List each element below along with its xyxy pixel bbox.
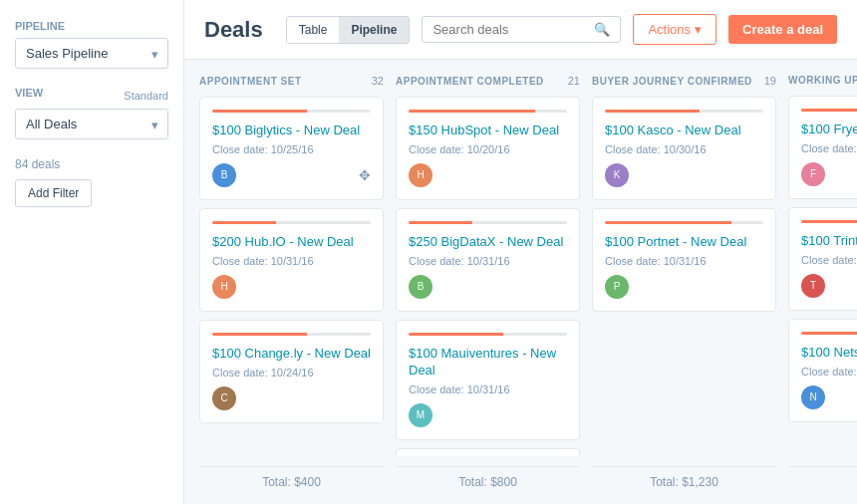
view-row: View Standard xyxy=(15,87,168,105)
add-filter-button[interactable]: Add Filter xyxy=(15,179,92,207)
avatar: B xyxy=(409,275,432,299)
card-close-date: Close date: 10/31/16 xyxy=(409,255,567,267)
col-header-appointment-set: APPOINTMENT SET32 xyxy=(199,75,384,87)
deal-card[interactable]: $100 Portnet - New DealClose date: 10/31… xyxy=(592,208,776,312)
avatar: N xyxy=(801,385,825,409)
view-select[interactable]: All Deals xyxy=(15,109,168,139)
card-close-date: Close date: 10/29/ xyxy=(801,366,857,378)
avatar: B xyxy=(212,163,236,187)
deal-card[interactable]: $100 Trintree - New DealClose date: 10/3… xyxy=(788,207,857,311)
card-progress-bar xyxy=(605,110,763,113)
card-close-date: Close date: 10/30/16 xyxy=(605,143,763,155)
search-box: 🔍 xyxy=(422,16,621,43)
kanban-col-working-upgrade: WORKING UPGRADE$100 Fryeco - New DealClo… xyxy=(788,75,857,489)
card-close-date: Close date: 10/28/ xyxy=(801,142,857,154)
card-progress-bar xyxy=(212,333,371,336)
deal-card[interactable]: $100 Fryeco - New DealClose date: 10/28/… xyxy=(788,96,857,199)
col-cards-buyer-journey-confirmed: $100 Kasco - New DealClose date: 10/30/1… xyxy=(592,97,776,456)
drag-icon: ✥ xyxy=(359,167,371,183)
card-close-date: Close date: 10/31/16 xyxy=(605,255,763,267)
card-footer: B xyxy=(409,275,567,299)
col-cards-appointment-completed: $150 HubSpot - New DealClose date: 10/20… xyxy=(396,97,580,456)
pipeline-view-button[interactable]: Pipeline xyxy=(339,17,409,43)
card-footer: C xyxy=(212,386,371,410)
card-progress-bar xyxy=(409,221,567,224)
header: Deals Table Pipeline 🔍 Actions ▾ Create … xyxy=(184,0,857,60)
card-title: $100 Kasco - New Deal xyxy=(605,123,763,139)
card-progress-bar xyxy=(409,333,567,336)
create-deal-button[interactable]: Create a deal xyxy=(728,15,837,44)
card-footer: F xyxy=(801,162,857,186)
card-title: $100 Trintree - New Deal xyxy=(801,233,857,250)
card-footer: M xyxy=(409,403,567,427)
deal-card[interactable]: $300 Traditionsoft - New DealClose date:… xyxy=(396,448,580,456)
card-progress-bar xyxy=(212,110,371,113)
view-select-wrapper: All Deals ▾ xyxy=(15,109,168,139)
search-input[interactable] xyxy=(432,22,588,37)
col-header-buyer-journey-confirmed: BUYER JOURNEY CONFIRMED19 xyxy=(592,75,776,87)
sidebar: Pipeline Sales Pipeline ▾ View Standard … xyxy=(0,0,184,504)
deal-card[interactable]: $100 Biglytics - New DealClose date: 10/… xyxy=(199,97,384,200)
deals-count: 84 deals xyxy=(15,157,168,171)
kanban-col-appointment-set: APPOINTMENT SET32$100 Biglytics - New De… xyxy=(199,75,384,489)
card-close-date: Close date: 10/25/16 xyxy=(212,143,371,155)
card-close-date: Close date: 10/24/16 xyxy=(212,367,371,378)
actions-button[interactable]: Actions ▾ xyxy=(633,14,716,45)
app-container: Pipeline Sales Pipeline ▾ View Standard … xyxy=(0,0,857,504)
card-footer: P xyxy=(605,275,763,299)
kanban-board: APPOINTMENT SET32$100 Biglytics - New De… xyxy=(184,60,857,504)
avatar: P xyxy=(605,275,629,299)
deal-card[interactable]: $100 Change.ly - New DealClose date: 10/… xyxy=(199,320,384,423)
avatar: H xyxy=(212,275,236,299)
card-close-date: Close date: 10/31/16 xyxy=(409,383,567,395)
deal-card[interactable]: $100 Mauiventures - New DealClose date: … xyxy=(396,320,580,440)
col-total-appointment-completed: Total: $800 xyxy=(396,466,580,489)
col-total-appointment-set: Total: $400 xyxy=(199,466,384,489)
main-content: Deals Table Pipeline 🔍 Actions ▾ Create … xyxy=(184,0,857,504)
col-title-appointment-set: APPOINTMENT SET xyxy=(199,76,302,87)
deal-card[interactable]: $100 Kasco - New DealClose date: 10/30/1… xyxy=(592,97,776,200)
card-progress-bar xyxy=(212,221,371,224)
col-cards-working-upgrade: $100 Fryeco - New DealClose date: 10/28/… xyxy=(788,96,857,456)
card-title: $100 Netstar - New Deal xyxy=(801,345,857,362)
deal-card[interactable]: $250 BigDataX - New DealClose date: 10/3… xyxy=(396,208,580,312)
avatar: T xyxy=(801,274,825,298)
avatar: K xyxy=(605,163,629,187)
card-title: $200 Hub.IO - New Deal xyxy=(212,234,371,251)
avatar: H xyxy=(409,163,432,187)
card-footer: K xyxy=(605,163,763,187)
col-count-appointment-completed: 21 xyxy=(568,75,580,87)
search-icon: 🔍 xyxy=(594,22,610,37)
card-title: $100 Portnet - New Deal xyxy=(605,234,763,251)
card-close-date: Close date: 10/31/16 xyxy=(212,255,371,267)
col-header-appointment-completed: APPOINTMENT COMPLETED21 xyxy=(396,75,580,87)
view-toggle: Table Pipeline xyxy=(286,16,411,44)
card-title: $100 Biglytics - New Deal xyxy=(212,123,371,139)
deal-card[interactable]: $100 Netstar - New DealClose date: 10/29… xyxy=(788,319,857,422)
card-title: $100 Mauiventures - New Deal xyxy=(409,346,567,379)
pipeline-select-wrapper: Sales Pipeline ▾ xyxy=(15,38,168,69)
card-footer: N xyxy=(801,385,857,409)
deal-card[interactable]: $150 HubSpot - New DealClose date: 10/20… xyxy=(396,97,580,200)
col-title-buyer-journey-confirmed: BUYER JOURNEY CONFIRMED xyxy=(592,76,752,87)
avatar: F xyxy=(801,162,825,186)
table-view-button[interactable]: Table xyxy=(287,17,340,43)
card-progress-bar xyxy=(801,332,857,335)
card-title: $250 BigDataX - New Deal xyxy=(409,234,567,251)
page-title: Deals xyxy=(204,17,263,43)
col-total-buyer-journey-confirmed: Total: $1,230 xyxy=(592,466,776,489)
col-count-appointment-set: 32 xyxy=(372,75,384,87)
card-close-date: Close date: 10/31/ xyxy=(801,254,857,266)
card-progress-bar xyxy=(801,220,857,223)
card-progress-bar xyxy=(409,110,567,113)
card-progress-bar xyxy=(801,109,857,112)
col-header-working-upgrade: WORKING UPGRADE xyxy=(788,75,857,86)
actions-chevron-icon: ▾ xyxy=(695,22,702,37)
avatar: M xyxy=(409,403,432,427)
card-title: $100 Fryeco - New Deal xyxy=(801,122,857,138)
kanban-col-appointment-completed: APPOINTMENT COMPLETED21$150 HubSpot - Ne… xyxy=(396,75,580,489)
col-title-working-upgrade: WORKING UPGRADE xyxy=(788,75,857,86)
deal-card[interactable]: $200 Hub.IO - New DealClose date: 10/31/… xyxy=(199,208,384,312)
card-footer: H xyxy=(409,163,567,187)
pipeline-select[interactable]: Sales Pipeline xyxy=(15,38,168,69)
